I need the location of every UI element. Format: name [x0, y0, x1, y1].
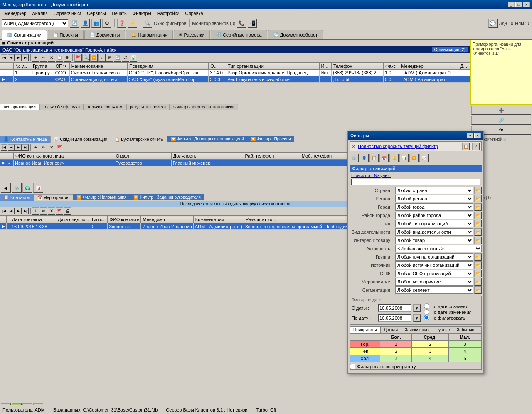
toolbar-btn6[interactable]: ⚡ [128, 19, 137, 28]
menu-help[interactable]: Справка [183, 10, 206, 16]
tasks-filter-tab[interactable]: 🔽 Фильтр : Задания руководителя [130, 194, 204, 200]
contacts-history-tab[interactable]: 📋 Контакты [0, 194, 34, 201]
dtb6[interactable]: 📊 [399, 154, 409, 162]
event-pick-btn[interactable]: 📂 [474, 278, 482, 286]
region-pick-btn[interactable]: 📂 [474, 195, 482, 202]
from-date-input[interactable] [378, 304, 411, 312]
gor-low[interactable]: 3 [448, 341, 481, 348]
priority-tab-priorities[interactable]: Приоритеты [350, 327, 381, 333]
dialog-help-btn[interactable]: ? [467, 133, 473, 138]
to-date-picker[interactable]: ▼ [413, 314, 421, 322]
dialog-tool-btn1[interactable]: 📋 [462, 143, 470, 150]
field-segment-select[interactable]: Любой сегмент [395, 286, 473, 294]
filter-window-btn[interactable]: 🔍 [143, 19, 152, 28]
toolbar-btn1[interactable]: 🔄 [70, 19, 79, 28]
group-pick-btn[interactable]: 📂 [474, 253, 482, 261]
subtab-with-flag[interactable]: только с флажком [84, 104, 126, 110]
dtb1[interactable]: 🏢 [350, 154, 359, 162]
nav-next[interactable]: ▶ [15, 54, 22, 61]
priority-tab-forgotten[interactable]: Забытые [453, 327, 478, 333]
dtb7[interactable]: 🔽 [409, 154, 419, 162]
priority-tab-rights[interactable]: Заявки прав [401, 327, 432, 333]
toolbar-btn5[interactable]: ❓ [117, 19, 126, 28]
menu-settings[interactable]: Настройки [155, 10, 182, 16]
contracts-filter-tab[interactable]: 🔽 Фильтр : Договоры с организацией [167, 136, 247, 142]
discounts-tab[interactable]: 📊 Скидки для организации [50, 136, 111, 143]
view-org-btn[interactable]: 👁 [64, 54, 71, 62]
menu-filters[interactable]: Фильтры [130, 10, 154, 16]
field-active-select[interactable]: < Любая активность > [395, 245, 482, 252]
hol-high[interactable]: 3 [380, 355, 412, 362]
menu-references[interactable]: Справочники [51, 10, 84, 16]
nav-first[interactable]: |◀ [1, 54, 7, 61]
add-contact-btn[interactable]: ➕ [471, 106, 531, 115]
hist-nav-prev[interactable]: ◀ [8, 208, 15, 214]
type-pick-btn[interactable]: 📂 [474, 220, 482, 227]
reminders-filter-tab[interactable]: 🔽 Фильтр : Напоминания [73, 194, 130, 200]
close-btn[interactable]: ✕ [523, 2, 530, 7]
field-region-select[interactable]: Любой регион [395, 195, 473, 202]
field-country-select[interactable]: Любая страна [395, 187, 473, 194]
add-org-btn[interactable]: + [32, 54, 39, 62]
dtb3[interactable]: 📋 [369, 154, 379, 162]
hol-low[interactable]: 5 [448, 355, 481, 362]
to-date-input[interactable] [378, 314, 411, 322]
contacts-nav-last[interactable]: ▶| [22, 144, 29, 151]
dtb8[interactable]: 📈 [419, 154, 429, 162]
search-btn[interactable]: 🔍 [82, 54, 90, 62]
toolbar-btn2[interactable]: 👤 [81, 19, 90, 28]
edit-history-btn[interactable]: ✏ [40, 207, 47, 215]
edit-contact-person-btn[interactable]: ✏ [40, 144, 47, 151]
contacts-nav-prev[interactable]: ◀ [8, 144, 15, 151]
subtab-all[interactable]: все организации [0, 104, 39, 110]
opf-pick-btn[interactable]: 📂 [474, 270, 482, 277]
print-btn[interactable]: 🖨 [122, 54, 129, 62]
tep-mid[interactable]: 3 [412, 348, 449, 355]
search-link[interactable]: Поиск по : № уник. [351, 173, 391, 178]
source-pick-btn[interactable]: 📂 [474, 261, 482, 269]
tab-docflow[interactable]: 🔄 Документооборот [268, 30, 323, 39]
gor-mid[interactable]: 2 [412, 341, 449, 348]
field-event-select[interactable]: Любое мероприятие [395, 278, 473, 286]
from-date-picker[interactable]: ▼ [413, 304, 421, 312]
left-nav-btn2[interactable]: 📎 [12, 183, 22, 193]
tab-documents[interactable]: 📄 Документы [84, 30, 126, 39]
delete-contact-person-btn[interactable]: ✕ [48, 144, 55, 151]
contacts-nav-next[interactable]: ▶ [15, 144, 22, 151]
add-history-btn[interactable]: + [32, 207, 39, 215]
contacts-nav-first[interactable]: |◀ [1, 144, 7, 151]
dtb4[interactable]: 📅 [379, 154, 389, 162]
menu-manager[interactable]: Менеджер [2, 10, 29, 16]
priority-tab-empty[interactable]: Пустые [432, 327, 453, 333]
left-nav-btn4[interactable]: 📊 [33, 183, 43, 193]
hist-nav-first[interactable]: |◀ [1, 208, 7, 214]
projects-filter-tab[interactable]: 🔽 Фильтр : Проекты [247, 136, 294, 142]
segment-pick-btn[interactable]: 📂 [474, 286, 482, 294]
events-tab[interactable]: 📅 Мероприятия [34, 194, 73, 201]
maximize-btn[interactable]: □ [515, 2, 522, 7]
left-nav-btn3[interactable]: 🌍 [22, 183, 32, 193]
tep-low[interactable]: 4 [448, 348, 481, 355]
refresh-btn[interactable]: 🔄 [114, 54, 121, 62]
interest-pick-btn[interactable]: 📂 [474, 237, 482, 244]
edit-org-btn[interactable]: ✏ [40, 54, 47, 62]
radio-no-filter[interactable] [424, 315, 429, 320]
delete-org-btn[interactable]: ✕ [48, 54, 55, 62]
delete-history-btn[interactable]: ✕ [48, 207, 55, 215]
filter-btn[interactable]: 🔽 [90, 54, 98, 62]
tab-serials[interactable]: 🔢 Серийные номера [211, 30, 267, 39]
table-row[interactable]: ▶ - 2 ОАО Организация для тест ЗАО "Звук… [0, 76, 470, 83]
dtb5[interactable]: 🔔 [389, 154, 399, 162]
link-btn[interactable]: 🔗 [471, 116, 531, 125]
monitor-btn2[interactable]: 📲 [248, 19, 257, 28]
field-group-select[interactable]: Любая группа организаций [395, 253, 473, 261]
subtab-search[interactable]: результаты поиска [126, 104, 170, 110]
city-pick-btn[interactable]: 📂 [474, 203, 482, 211]
priority-tab-details[interactable]: Детали [381, 327, 401, 333]
hist-nav-next[interactable]: ▶ [15, 208, 22, 214]
menu-analysis[interactable]: Анализ [30, 10, 50, 16]
radio-by-change[interactable] [424, 309, 429, 315]
field-district-select[interactable]: Любой район города [395, 212, 473, 219]
add-contact-person-btn[interactable]: + [32, 144, 39, 151]
reset-filter-link[interactable]: Полностью сбросить текущий фильтр [358, 144, 438, 149]
